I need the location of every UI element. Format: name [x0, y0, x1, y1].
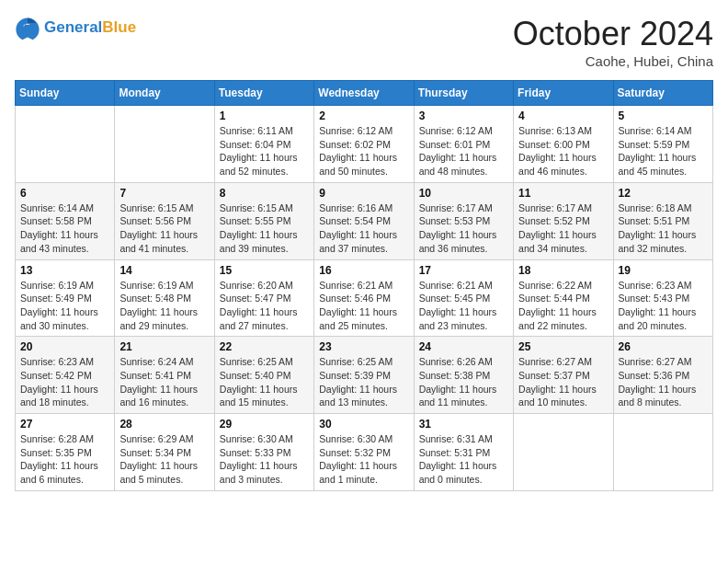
day-number: 25: [518, 340, 608, 353]
calendar-cell: [115, 106, 214, 183]
day-number: 11: [518, 187, 608, 200]
day-number: 19: [619, 264, 708, 277]
calendar-cell: 26Sunrise: 6:27 AMSunset: 5:36 PMDayligh…: [613, 337, 712, 414]
day-info: Sunrise: 6:23 AMSunset: 5:42 PMDaylight:…: [20, 355, 109, 409]
calendar-cell: 4Sunrise: 6:13 AMSunset: 6:00 PMDaylight…: [514, 106, 613, 183]
day-info: Sunrise: 6:15 AMSunset: 5:56 PMDaylight:…: [119, 201, 209, 256]
day-number: 1: [220, 109, 309, 122]
day-info: Sunrise: 6:12 AMSunset: 6:02 PMDaylight:…: [319, 124, 408, 178]
title-block: October 2024 Caohe, Hubei, China: [513, 15, 713, 69]
day-info: Sunrise: 6:23 AMSunset: 5:43 PMDaylight:…: [619, 279, 708, 333]
calendar-week-row: 20Sunrise: 6:23 AMSunset: 5:42 PMDayligh…: [16, 337, 713, 414]
calendar-cell: 10Sunrise: 6:17 AMSunset: 5:53 PMDayligh…: [414, 182, 513, 259]
calendar-week-row: 6Sunrise: 6:14 AMSunset: 5:58 PMDaylight…: [16, 182, 713, 259]
weekday-header-cell: Wednesday: [314, 81, 414, 106]
calendar-cell: 2Sunrise: 6:12 AMSunset: 6:02 PMDaylight…: [314, 106, 414, 183]
day-info: Sunrise: 6:14 AMSunset: 5:58 PMDaylight:…: [20, 201, 109, 256]
calendar-cell: 7Sunrise: 6:15 AMSunset: 5:56 PMDaylight…: [115, 182, 214, 259]
day-number: 15: [220, 264, 309, 277]
day-info: Sunrise: 6:20 AMSunset: 5:47 PMDaylight:…: [220, 279, 309, 333]
calendar-week-row: 13Sunrise: 6:19 AMSunset: 5:49 PMDayligh…: [16, 259, 713, 337]
day-info: Sunrise: 6:25 AMSunset: 5:40 PMDaylight:…: [220, 355, 309, 409]
weekday-header-cell: Tuesday: [214, 81, 313, 106]
calendar-cell: 29Sunrise: 6:30 AMSunset: 5:33 PMDayligh…: [214, 414, 313, 491]
day-number: 16: [319, 264, 408, 277]
calendar-cell: 3Sunrise: 6:12 AMSunset: 6:01 PMDaylight…: [414, 106, 513, 183]
day-info: Sunrise: 6:18 AMSunset: 5:51 PMDaylight:…: [619, 201, 708, 256]
calendar-cell: [613, 414, 712, 491]
day-number: 30: [319, 418, 408, 431]
logo-icon: [15, 15, 40, 40]
day-number: 20: [20, 340, 109, 353]
calendar-cell: 20Sunrise: 6:23 AMSunset: 5:42 PMDayligh…: [16, 337, 115, 414]
day-number: 6: [20, 187, 109, 200]
calendar-cell: 14Sunrise: 6:19 AMSunset: 5:48 PMDayligh…: [115, 259, 214, 337]
weekday-header-cell: Saturday: [613, 81, 712, 106]
calendar-cell: 8Sunrise: 6:15 AMSunset: 5:55 PMDaylight…: [214, 182, 313, 259]
calendar-cell: 22Sunrise: 6:25 AMSunset: 5:40 PMDayligh…: [214, 337, 313, 414]
calendar-cell: 30Sunrise: 6:30 AMSunset: 5:32 PMDayligh…: [314, 414, 414, 491]
day-info: Sunrise: 6:22 AMSunset: 5:44 PMDaylight:…: [518, 279, 608, 333]
calendar-cell: 24Sunrise: 6:26 AMSunset: 5:38 PMDayligh…: [414, 337, 513, 414]
calendar-cell: 6Sunrise: 6:14 AMSunset: 5:58 PMDaylight…: [16, 182, 115, 259]
day-info: Sunrise: 6:25 AMSunset: 5:39 PMDaylight:…: [319, 355, 408, 409]
weekday-header-cell: Monday: [115, 81, 214, 106]
day-number: 4: [518, 109, 608, 122]
day-info: Sunrise: 6:17 AMSunset: 5:53 PMDaylight:…: [419, 201, 508, 256]
day-info: Sunrise: 6:19 AMSunset: 5:49 PMDaylight:…: [20, 279, 109, 333]
logo-blue: Blue: [102, 18, 136, 36]
day-info: Sunrise: 6:19 AMSunset: 5:48 PMDaylight:…: [119, 279, 209, 333]
day-number: 23: [319, 340, 408, 353]
logo-general: General: [44, 18, 102, 36]
day-number: 2: [319, 109, 408, 122]
logo-text: GeneralBlue: [44, 18, 136, 37]
calendar-cell: 31Sunrise: 6:31 AMSunset: 5:31 PMDayligh…: [414, 414, 513, 491]
day-info: Sunrise: 6:16 AMSunset: 5:54 PMDaylight:…: [319, 201, 408, 256]
day-info: Sunrise: 6:14 AMSunset: 5:59 PMDaylight:…: [619, 124, 708, 178]
day-number: 24: [419, 340, 508, 353]
weekday-header-cell: Thursday: [414, 81, 513, 106]
calendar-cell: 1Sunrise: 6:11 AMSunset: 6:04 PMDaylight…: [214, 106, 313, 183]
calendar-cell: 19Sunrise: 6:23 AMSunset: 5:43 PMDayligh…: [613, 259, 712, 337]
day-number: 8: [220, 187, 309, 200]
calendar-week-row: 27Sunrise: 6:28 AMSunset: 5:35 PMDayligh…: [16, 414, 713, 491]
calendar-cell: 13Sunrise: 6:19 AMSunset: 5:49 PMDayligh…: [16, 259, 115, 337]
calendar-cell: 25Sunrise: 6:27 AMSunset: 5:37 PMDayligh…: [514, 337, 613, 414]
weekday-header-row: SundayMondayTuesdayWednesdayThursdayFrid…: [16, 81, 713, 106]
day-info: Sunrise: 6:30 AMSunset: 5:33 PMDaylight:…: [220, 432, 309, 487]
day-number: 14: [119, 264, 209, 277]
day-number: 29: [220, 418, 309, 431]
calendar-cell: 17Sunrise: 6:21 AMSunset: 5:45 PMDayligh…: [414, 259, 513, 337]
day-info: Sunrise: 6:17 AMSunset: 5:52 PMDaylight:…: [518, 201, 608, 256]
day-info: Sunrise: 6:24 AMSunset: 5:41 PMDaylight:…: [119, 355, 209, 409]
day-info: Sunrise: 6:27 AMSunset: 5:37 PMDaylight:…: [518, 355, 608, 409]
day-info: Sunrise: 6:30 AMSunset: 5:32 PMDaylight:…: [319, 432, 408, 487]
weekday-header-cell: Sunday: [16, 81, 115, 106]
day-number: 9: [319, 187, 408, 200]
calendar-cell: [16, 106, 115, 183]
day-info: Sunrise: 6:26 AMSunset: 5:38 PMDaylight:…: [419, 355, 508, 409]
day-info: Sunrise: 6:12 AMSunset: 6:01 PMDaylight:…: [419, 124, 508, 178]
calendar-body: 1Sunrise: 6:11 AMSunset: 6:04 PMDaylight…: [16, 106, 713, 491]
calendar-cell: 28Sunrise: 6:29 AMSunset: 5:34 PMDayligh…: [115, 414, 214, 491]
day-number: 31: [419, 418, 508, 431]
day-info: Sunrise: 6:21 AMSunset: 5:45 PMDaylight:…: [419, 279, 508, 333]
weekday-header-cell: Friday: [514, 81, 613, 106]
day-info: Sunrise: 6:28 AMSunset: 5:35 PMDaylight:…: [20, 432, 109, 487]
day-info: Sunrise: 6:31 AMSunset: 5:31 PMDaylight:…: [419, 432, 508, 487]
day-number: 21: [119, 340, 209, 353]
calendar-table: SundayMondayTuesdayWednesdayThursdayFrid…: [15, 80, 713, 491]
calendar-cell: 23Sunrise: 6:25 AMSunset: 5:39 PMDayligh…: [314, 337, 414, 414]
calendar-week-row: 1Sunrise: 6:11 AMSunset: 6:04 PMDaylight…: [16, 106, 713, 183]
day-number: 12: [619, 187, 708, 200]
day-info: Sunrise: 6:21 AMSunset: 5:46 PMDaylight:…: [319, 279, 408, 333]
day-number: 28: [119, 418, 209, 431]
calendar-cell: 21Sunrise: 6:24 AMSunset: 5:41 PMDayligh…: [115, 337, 214, 414]
calendar-cell: 12Sunrise: 6:18 AMSunset: 5:51 PMDayligh…: [613, 182, 712, 259]
day-info: Sunrise: 6:13 AMSunset: 6:00 PMDaylight:…: [518, 124, 608, 178]
day-info: Sunrise: 6:15 AMSunset: 5:55 PMDaylight:…: [220, 201, 309, 256]
calendar-cell: 15Sunrise: 6:20 AMSunset: 5:47 PMDayligh…: [214, 259, 313, 337]
page-header: GeneralBlue October 2024 Caohe, Hubei, C…: [15, 15, 713, 69]
day-number: 13: [20, 264, 109, 277]
day-number: 5: [619, 109, 708, 122]
